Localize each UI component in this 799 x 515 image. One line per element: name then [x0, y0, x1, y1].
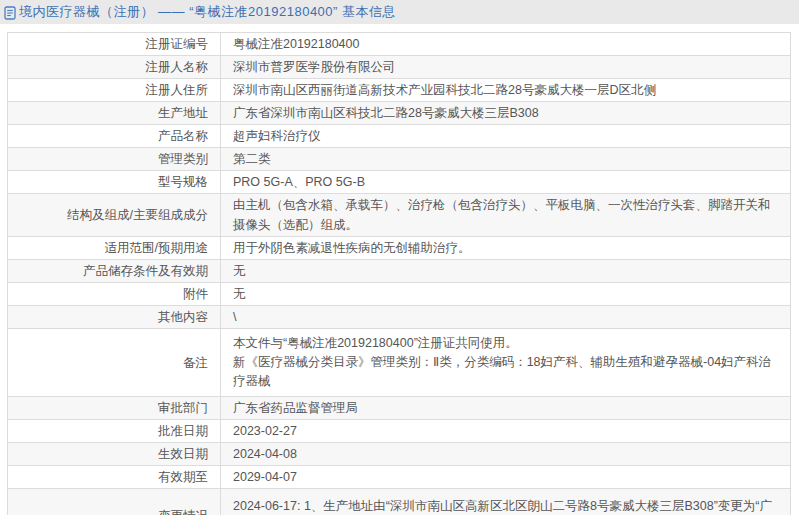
row-label: 其他内容	[8, 306, 221, 329]
row-value: \	[221, 306, 791, 329]
table-row: 生产地址广东省深圳市南山区科技北二路28号豪威大楼三层B308	[8, 102, 791, 125]
table-row: 结构及组成/主要组成成分由主机（包含水箱、承载车）、治疗枪（包含治疗头）、平板电…	[8, 194, 791, 237]
value-line: 本文件与“粤械注准20192180400”注册证共同使用。	[233, 334, 776, 353]
row-label: 注册人名称	[8, 56, 221, 79]
row-label: 生效日期	[8, 443, 221, 466]
row-value: 2024-04-08	[221, 443, 791, 466]
row-value: 用于外阴色素减退性疾病的无创辅助治疗。	[221, 237, 791, 260]
row-value: 无	[221, 283, 791, 306]
row-label: 有效期至	[8, 466, 221, 489]
table-row: 有效期至2029-04-07	[8, 466, 791, 489]
row-label: 适用范围/预期用途	[8, 237, 221, 260]
table-row: 产品名称超声妇科治疗仪	[8, 125, 791, 148]
row-label: 管理类别	[8, 148, 221, 171]
row-label: 生产地址	[8, 102, 221, 125]
row-label: 注册证编号	[8, 33, 221, 56]
row-label: 结构及组成/主要组成成分	[8, 194, 221, 237]
row-value: 2024-06-17: 1、生产地址由“深圳市南山区高新区北区朗山二号路8号豪威…	[221, 489, 791, 515]
row-value: 2029-04-07	[221, 466, 791, 489]
page-title: 境内医疗器械（注册） —— “粤械注准20192180400” 基本信息	[19, 3, 396, 21]
registration-info-table: 注册证编号粤械注准20192180400注册人名称深圳市普罗医学股份有限公司注册…	[7, 32, 791, 515]
row-label: 附件	[8, 283, 221, 306]
row-label: 审批部门	[8, 397, 221, 420]
document-icon	[4, 6, 16, 20]
table-row: 管理类别第二类	[8, 148, 791, 171]
row-label: 批准日期	[8, 420, 221, 443]
table-row: 变更情况2024-06-17: 1、生产地址由“深圳市南山区高新区北区朗山二号路…	[8, 489, 791, 515]
table-row: 注册人名称深圳市普罗医学股份有限公司	[8, 56, 791, 79]
registration-info-panel: 注册证编号粤械注准20192180400注册人名称深圳市普罗医学股份有限公司注册…	[7, 32, 792, 515]
row-value: 超声妇科治疗仪	[221, 125, 791, 148]
row-label: 产品名称	[8, 125, 221, 148]
row-value: 本文件与“粤械注准20192180400”注册证共同使用。新《医疗器械分类目录》…	[221, 329, 791, 397]
info-table-body: 注册证编号粤械注准20192180400注册人名称深圳市普罗医学股份有限公司注册…	[8, 33, 791, 515]
table-row: 生效日期2024-04-08	[8, 443, 791, 466]
row-value: 由主机（包含水箱、承载车）、治疗枪（包含治疗头）、平板电脑、一次性治疗头套、脚踏…	[221, 194, 791, 237]
row-value: 深圳市普罗医学股份有限公司	[221, 56, 791, 79]
table-row: 型号规格PRO 5G-A、PRO 5G-B	[8, 171, 791, 194]
table-row: 附件无	[8, 283, 791, 306]
row-label: 型号规格	[8, 171, 221, 194]
row-value: 深圳市南山区西丽街道高新技术产业园科技北二路28号豪威大楼一层D区北侧	[221, 79, 791, 102]
row-value: 第二类	[221, 148, 791, 171]
table-row: 其他内容\	[8, 306, 791, 329]
row-value: 无	[221, 260, 791, 283]
row-value: 广东省药品监督管理局	[221, 397, 791, 420]
row-value: 广东省深圳市南山区科技北二路28号豪威大楼三层B308	[221, 102, 791, 125]
table-row: 适用范围/预期用途用于外阴色素减退性疾病的无创辅助治疗。	[8, 237, 791, 260]
table-row: 备注本文件与“粤械注准20192180400”注册证共同使用。新《医疗器械分类目…	[8, 329, 791, 397]
table-row: 产品储存条件及有效期无	[8, 260, 791, 283]
row-value: PRO 5G-A、PRO 5G-B	[221, 171, 791, 194]
row-value: 2023-02-27	[221, 420, 791, 443]
table-row: 审批部门广东省药品监督管理局	[8, 397, 791, 420]
row-label: 变更情况	[8, 489, 221, 515]
row-label: 备注	[8, 329, 221, 397]
page-header: 境内医疗器械（注册） —— “粤械注准20192180400” 基本信息	[0, 0, 799, 24]
row-label: 产品储存条件及有效期	[8, 260, 221, 283]
table-row: 批准日期2023-02-27	[8, 420, 791, 443]
row-value: 粤械注准20192180400	[221, 33, 791, 56]
table-row: 注册人住所深圳市南山区西丽街道高新技术产业园科技北二路28号豪威大楼一层D区北侧	[8, 79, 791, 102]
value-line: 新《医疗器械分类目录》管理类别：Ⅱ类，分类编码：18妇产科、辅助生殖和避孕器械-…	[233, 353, 776, 391]
row-label: 注册人住所	[8, 79, 221, 102]
table-row: 注册证编号粤械注准20192180400	[8, 33, 791, 56]
